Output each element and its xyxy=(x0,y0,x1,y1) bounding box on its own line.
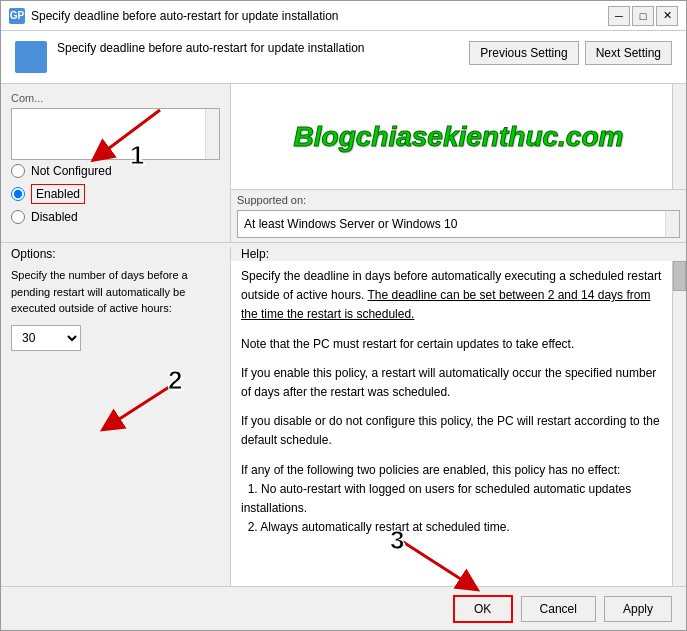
radio-group: Not Configured Enabled Disabled xyxy=(11,164,220,224)
supported-label: Supported on: xyxy=(237,194,680,206)
badge-2: 2 xyxy=(168,365,182,396)
disabled-label: Disabled xyxy=(31,210,78,224)
next-setting-button[interactable]: Next Setting xyxy=(585,41,672,65)
enabled-label: Enabled xyxy=(31,184,85,204)
apply-button[interactable]: Apply xyxy=(604,596,672,622)
disabled-radio[interactable] xyxy=(11,210,25,224)
help-para-1: Specify the deadline in days before auto… xyxy=(241,267,662,325)
dialog-footer: OK Cancel Apply xyxy=(1,586,686,630)
comment-label: Com... xyxy=(11,92,220,104)
supported-scrollbar xyxy=(665,211,679,237)
supported-value-box: At least Windows Server or Windows 10 xyxy=(237,210,680,238)
comment-box xyxy=(11,108,220,160)
not-configured-radio[interactable] xyxy=(11,164,25,178)
minimize-button[interactable]: ─ xyxy=(608,6,630,26)
header-title: Specify deadline before auto-restart for… xyxy=(57,41,469,55)
help-label: Help: xyxy=(231,247,279,261)
disabled-option[interactable]: Disabled xyxy=(11,210,220,224)
supported-section: Supported on: At least Windows Server or… xyxy=(231,189,686,242)
close-button[interactable]: ✕ xyxy=(656,6,678,26)
cancel-button[interactable]: Cancel xyxy=(521,596,596,622)
help-para-4: If you disable or do not configure this … xyxy=(241,412,662,450)
enabled-option[interactable]: Enabled xyxy=(11,184,220,204)
help-para-2: Note that the PC must restart for certai… xyxy=(241,335,662,354)
dialog-title: Specify deadline before auto-restart for… xyxy=(31,9,339,23)
policy-icon xyxy=(15,41,47,73)
header-section: Specify deadline before auto-restart for… xyxy=(1,31,686,84)
maximize-button[interactable]: □ xyxy=(632,6,654,26)
options-label: Options: xyxy=(1,247,231,261)
comment-textarea[interactable] xyxy=(12,109,205,159)
previous-setting-button[interactable]: Previous Setting xyxy=(469,41,578,65)
help-scrollbar[interactable] xyxy=(672,261,686,586)
watermark-text: Blogchiasekienthuc.com xyxy=(294,121,624,153)
badge-3: 3 xyxy=(390,525,404,556)
ok-button[interactable]: OK xyxy=(453,595,513,623)
not-configured-label: Not Configured xyxy=(31,164,112,178)
enabled-radio[interactable] xyxy=(11,187,25,201)
help-section: Specify the deadline in days before auto… xyxy=(231,261,686,586)
options-description: Specify the number of days before a pend… xyxy=(11,267,220,317)
window-controls[interactable]: ─ □ ✕ xyxy=(608,6,678,26)
comment-scrollbar xyxy=(205,109,219,159)
title-bar: GP Specify deadline before auto-restart … xyxy=(1,1,686,31)
badge-1: 1 xyxy=(130,140,144,171)
help-para-5: If any of the following two policies are… xyxy=(241,461,662,538)
dialog-icon: GP xyxy=(9,8,25,24)
options-help-labels: Options: Help: xyxy=(1,243,686,261)
help-scrollbar-thumb[interactable] xyxy=(673,261,686,291)
help-content: Specify the deadline in days before auto… xyxy=(231,261,672,586)
not-configured-option[interactable]: Not Configured xyxy=(11,164,220,178)
days-dropdown[interactable]: 30 2345 6789 10111213 14151617 18192021 … xyxy=(11,325,81,351)
days-dropdown-row: 30 2345 6789 10111213 14151617 18192021 … xyxy=(11,325,220,351)
help-para-3: If you enable this policy, a restart wil… xyxy=(241,364,662,402)
supported-value: At least Windows Server or Windows 10 xyxy=(238,211,665,237)
